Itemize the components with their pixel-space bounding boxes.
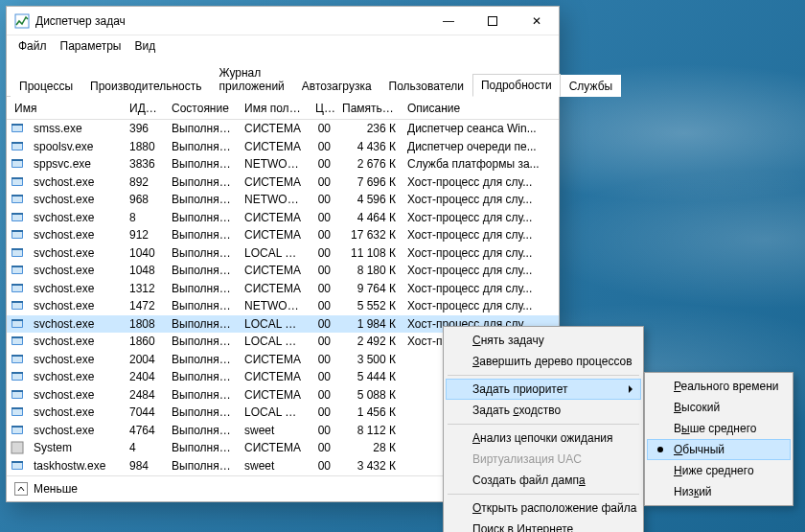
- table-row[interactable]: smss.exe396ВыполняетсяСИСТЕМА00236 КДисп…: [7, 120, 559, 138]
- cell-name: svchost.exe: [28, 317, 124, 331]
- cell-cpu: 00: [310, 459, 336, 473]
- cell-cpu: 00: [310, 211, 336, 224]
- menu-file[interactable]: Файл: [12, 37, 53, 55]
- tab-2[interactable]: Журнал приложений: [211, 61, 293, 97]
- cell-cpu: 00: [310, 405, 336, 419]
- cell-user: NETWORK...: [239, 157, 310, 171]
- tab-6[interactable]: Службы: [561, 75, 621, 97]
- priority-low[interactable]: Низкий: [647, 481, 791, 502]
- maximize-button[interactable]: [471, 7, 515, 35]
- table-row[interactable]: svchost.exe1312ВыполняетсяСИСТЕМА009 764…: [7, 280, 559, 298]
- cell-desc: Хост-процесс для слу...: [402, 175, 557, 189]
- svg-rect-15: [12, 197, 22, 202]
- cell-name: svchost.exe: [28, 211, 124, 224]
- process-icon: [11, 370, 24, 383]
- svg-rect-54: [12, 428, 22, 433]
- cell-user: СИСТЕМА: [239, 140, 310, 153]
- tab-1[interactable]: Производительность: [81, 75, 210, 97]
- cell-user: СИСТЕМА: [239, 211, 310, 224]
- priority-below[interactable]: Ниже среднего: [647, 460, 791, 481]
- cell-pid: 4: [124, 441, 166, 454]
- fewer-details-label[interactable]: Меньше: [34, 482, 78, 496]
- svg-rect-39: [12, 338, 22, 344]
- cell-user: СИСТЕМА: [239, 228, 310, 242]
- task-manager-icon: [14, 13, 30, 29]
- col-mem[interactable]: Память (ч...: [336, 102, 402, 115]
- menu-item-open-location[interactable]: Открыть расположение файла: [446, 497, 641, 519]
- cell-user: LOCAL SE...: [239, 246, 310, 260]
- cell-user: СИСТЕМА: [239, 282, 310, 295]
- menu-item-set-affinity[interactable]: Задать сходство: [446, 400, 641, 421]
- cell-cpu: 00: [310, 441, 336, 454]
- table-row[interactable]: svchost.exe1472ВыполняетсяNETWORK...005 …: [7, 297, 559, 315]
- table-row[interactable]: svchost.exe968ВыполняетсяNETWORK...004 5…: [7, 191, 559, 209]
- cell-mem: 4 436 К: [336, 140, 402, 153]
- process-icon: [11, 211, 24, 224]
- process-icon: [11, 459, 24, 473]
- menu-item-set-priority[interactable]: Задать приоритет: [446, 379, 641, 400]
- col-name[interactable]: Имя: [9, 102, 124, 115]
- cell-cpu: 00: [310, 388, 336, 402]
- menu-item-create-dump[interactable]: Создать файл дампа: [446, 470, 641, 491]
- cell-mem: 2 676 К: [336, 157, 402, 171]
- cell-desc: Диспетчер очереди пе...: [402, 140, 557, 153]
- svg-rect-34: [12, 301, 23, 303]
- cell-pid: 396: [124, 122, 166, 135]
- menu-item-search-online[interactable]: Поиск в Интернете: [446, 519, 641, 532]
- table-row[interactable]: svchost.exe892ВыполняетсяСИСТЕМА007 696 …: [7, 173, 559, 192]
- col-desc[interactable]: Описание: [402, 102, 557, 115]
- cell-pid: 984: [124, 459, 166, 473]
- table-row[interactable]: spoolsv.exe1880ВыполняетсяСИСТЕМА004 436…: [7, 138, 559, 156]
- menu-item-end-task[interactable]: Снять задачу: [446, 330, 641, 351]
- process-icon: [11, 157, 24, 171]
- menu-item-end-tree[interactable]: Завершить дерево процессов: [446, 351, 641, 372]
- svg-rect-19: [12, 213, 23, 215]
- menubar: Файл Параметры Вид: [7, 35, 559, 57]
- svg-rect-16: [12, 195, 23, 197]
- cell-pid: 1880: [124, 140, 166, 153]
- cell-name: svchost.exe: [28, 246, 124, 260]
- cell-mem: 7 696 К: [336, 175, 402, 189]
- titlebar[interactable]: Диспетчер задач — ✕: [7, 7, 559, 35]
- cell-status: Выполняется: [166, 335, 239, 348]
- process-icon: [11, 193, 24, 206]
- fewer-details-button[interactable]: [14, 482, 28, 496]
- menu-item-analyze-wait[interactable]: Анализ цепочки ожидания: [446, 428, 641, 449]
- cell-cpu: 00: [310, 193, 336, 206]
- col-user[interactable]: Имя польз...: [239, 102, 310, 115]
- svg-rect-55: [12, 426, 23, 428]
- cell-name: svchost.exe: [28, 299, 124, 312]
- cell-user: СИСТЕМА: [239, 122, 310, 135]
- cell-user: СИСТЕМА: [239, 441, 310, 454]
- col-pid[interactable]: ИД п...: [124, 102, 166, 115]
- menu-view[interactable]: Вид: [128, 37, 161, 55]
- cell-mem: 1 456 К: [336, 405, 402, 419]
- col-status[interactable]: Состояние: [166, 102, 239, 115]
- minimize-button[interactable]: —: [426, 7, 471, 35]
- priority-above[interactable]: Выше среднего: [647, 418, 791, 439]
- priority-high[interactable]: Высокий: [647, 397, 791, 418]
- table-row[interactable]: svchost.exe8ВыполняетсяСИСТЕМА004 464 КХ…: [7, 209, 559, 227]
- menu-separator: [448, 494, 639, 495]
- tab-4[interactable]: Пользователи: [380, 75, 472, 97]
- cell-status: Выполняется: [166, 282, 239, 295]
- table-row[interactable]: svchost.exe1048ВыполняетсяСИСТЕМА008 180…: [7, 262, 559, 280]
- cell-status: Выполняется: [166, 264, 239, 277]
- tab-3[interactable]: Автозагрузка: [293, 75, 380, 97]
- cell-pid: 2004: [124, 353, 166, 366]
- window-title: Диспетчер задач: [35, 14, 426, 28]
- menu-options[interactable]: Параметры: [55, 37, 127, 55]
- priority-realtime[interactable]: Реального времени: [647, 376, 791, 397]
- col-cpu[interactable]: ЦП: [310, 102, 336, 115]
- priority-normal[interactable]: Обычный: [647, 439, 791, 460]
- process-icon: [11, 388, 24, 402]
- tab-0[interactable]: Процессы: [11, 75, 81, 97]
- cell-mem: 3 500 К: [336, 353, 402, 366]
- tab-5[interactable]: Подробности: [472, 74, 561, 97]
- cell-name: sppsvc.exe: [28, 157, 124, 171]
- table-row[interactable]: sppsvc.exe3836ВыполняетсяNETWORK...002 6…: [7, 155, 559, 173]
- table-row[interactable]: svchost.exe912ВыполняетсяСИСТЕМА0017 632…: [7, 226, 559, 244]
- close-button[interactable]: ✕: [515, 7, 559, 35]
- cell-user: sweet: [239, 459, 310, 473]
- table-row[interactable]: svchost.exe1040ВыполняетсяLOCAL SE...001…: [7, 244, 559, 263]
